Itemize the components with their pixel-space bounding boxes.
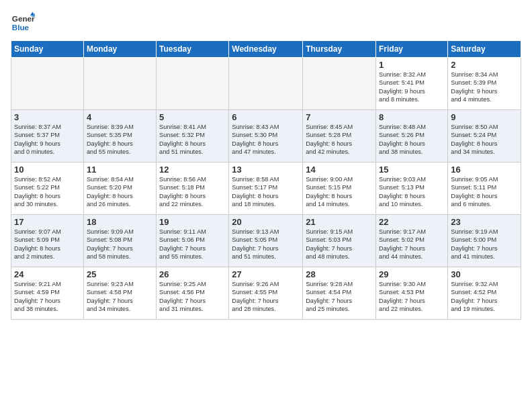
svg-text:Blue: Blue bbox=[12, 23, 30, 32]
calendar-cell: 28Sunrise: 9:28 AM Sunset: 4:54 PM Dayli… bbox=[303, 267, 376, 320]
day-info: Sunrise: 9:26 AM Sunset: 4:55 PM Dayligh… bbox=[232, 280, 300, 314]
day-number: 18 bbox=[87, 217, 153, 227]
day-info: Sunrise: 9:03 AM Sunset: 5:13 PM Dayligh… bbox=[379, 175, 445, 209]
day-number: 25 bbox=[87, 269, 153, 279]
weekday-header-monday: Monday bbox=[83, 41, 156, 58]
calendar-cell: 30Sunrise: 9:32 AM Sunset: 4:52 PM Dayli… bbox=[448, 267, 521, 320]
day-number: 5 bbox=[159, 112, 226, 122]
weekday-header-thursday: Thursday bbox=[303, 41, 376, 58]
calendar-cell: 12Sunrise: 8:56 AM Sunset: 5:18 PM Dayli… bbox=[157, 163, 229, 215]
header: General Blue bbox=[11, 11, 521, 35]
calendar-cell: 17Sunrise: 9:07 AM Sunset: 5:09 PM Dayli… bbox=[11, 215, 84, 267]
day-number: 12 bbox=[159, 165, 226, 175]
calendar-cell: 18Sunrise: 9:09 AM Sunset: 5:08 PM Dayli… bbox=[83, 215, 156, 267]
day-info: Sunrise: 8:58 AM Sunset: 5:17 PM Dayligh… bbox=[232, 175, 300, 209]
day-number: 11 bbox=[87, 165, 153, 175]
calendar-week-row: 24Sunrise: 9:21 AM Sunset: 4:59 PM Dayli… bbox=[11, 267, 521, 320]
calendar-cell bbox=[157, 58, 229, 110]
day-number: 16 bbox=[451, 165, 518, 175]
day-info: Sunrise: 8:34 AM Sunset: 5:39 PM Dayligh… bbox=[451, 71, 518, 104]
calendar-cell bbox=[83, 58, 156, 110]
day-info: Sunrise: 8:45 AM Sunset: 5:28 PM Dayligh… bbox=[306, 123, 373, 156]
weekday-header-wednesday: Wednesday bbox=[229, 41, 303, 58]
calendar-cell: 25Sunrise: 9:23 AM Sunset: 4:58 PM Dayli… bbox=[83, 267, 156, 320]
day-info: Sunrise: 9:19 AM Sunset: 5:00 PM Dayligh… bbox=[451, 228, 518, 261]
calendar-cell bbox=[11, 58, 84, 110]
day-number: 7 bbox=[306, 112, 373, 122]
calendar-cell: 3Sunrise: 8:37 AM Sunset: 5:37 PM Daylig… bbox=[11, 110, 84, 163]
page: General Blue SundayMondayTuesdayWednesda… bbox=[0, 0, 532, 325]
calendar-cell: 19Sunrise: 9:11 AM Sunset: 5:06 PM Dayli… bbox=[157, 215, 229, 267]
day-info: Sunrise: 9:28 AM Sunset: 4:54 PM Dayligh… bbox=[306, 280, 373, 314]
day-info: Sunrise: 8:39 AM Sunset: 5:35 PM Dayligh… bbox=[87, 123, 153, 156]
day-info: Sunrise: 8:50 AM Sunset: 5:24 PM Dayligh… bbox=[451, 123, 518, 156]
calendar-cell: 24Sunrise: 9:21 AM Sunset: 4:59 PM Dayli… bbox=[11, 267, 84, 320]
calendar-cell: 14Sunrise: 9:00 AM Sunset: 5:15 PM Dayli… bbox=[303, 163, 376, 215]
calendar-cell: 13Sunrise: 8:58 AM Sunset: 5:17 PM Dayli… bbox=[229, 163, 303, 215]
day-info: Sunrise: 9:09 AM Sunset: 5:08 PM Dayligh… bbox=[87, 228, 153, 261]
calendar-cell: 1Sunrise: 8:32 AM Sunset: 5:41 PM Daylig… bbox=[376, 58, 448, 110]
day-info: Sunrise: 8:48 AM Sunset: 5:26 PM Dayligh… bbox=[379, 123, 445, 156]
calendar-week-row: 1Sunrise: 8:32 AM Sunset: 5:41 PM Daylig… bbox=[11, 58, 521, 110]
day-info: Sunrise: 9:21 AM Sunset: 4:59 PM Dayligh… bbox=[14, 280, 81, 314]
calendar-cell: 27Sunrise: 9:26 AM Sunset: 4:55 PM Dayli… bbox=[229, 267, 303, 320]
day-info: Sunrise: 8:56 AM Sunset: 5:18 PM Dayligh… bbox=[159, 175, 226, 209]
day-info: Sunrise: 9:23 AM Sunset: 4:58 PM Dayligh… bbox=[87, 280, 153, 314]
calendar-cell: 21Sunrise: 9:15 AM Sunset: 5:03 PM Dayli… bbox=[303, 215, 376, 267]
day-info: Sunrise: 8:43 AM Sunset: 5:30 PM Dayligh… bbox=[232, 123, 300, 156]
calendar-cell: 2Sunrise: 8:34 AM Sunset: 5:39 PM Daylig… bbox=[448, 58, 521, 110]
logo: General Blue bbox=[11, 11, 35, 35]
calendar-cell: 6Sunrise: 8:43 AM Sunset: 5:30 PM Daylig… bbox=[229, 110, 303, 163]
day-number: 27 bbox=[232, 269, 300, 279]
logo-icon: General Blue bbox=[11, 11, 35, 35]
weekday-header-saturday: Saturday bbox=[448, 41, 521, 58]
calendar-cell: 20Sunrise: 9:13 AM Sunset: 5:05 PM Dayli… bbox=[229, 215, 303, 267]
day-number: 26 bbox=[159, 269, 226, 279]
day-number: 9 bbox=[451, 112, 518, 122]
day-number: 19 bbox=[159, 217, 226, 227]
calendar-cell: 29Sunrise: 9:30 AM Sunset: 4:53 PM Dayli… bbox=[376, 267, 448, 320]
day-number: 4 bbox=[87, 112, 153, 122]
calendar-cell: 23Sunrise: 9:19 AM Sunset: 5:00 PM Dayli… bbox=[448, 215, 521, 267]
calendar-cell: 5Sunrise: 8:41 AM Sunset: 5:32 PM Daylig… bbox=[157, 110, 229, 163]
day-number: 20 bbox=[232, 217, 300, 227]
day-number: 8 bbox=[379, 112, 445, 122]
weekday-header-friday: Friday bbox=[376, 41, 448, 58]
day-info: Sunrise: 9:17 AM Sunset: 5:02 PM Dayligh… bbox=[379, 228, 445, 261]
day-number: 24 bbox=[14, 269, 81, 279]
day-number: 10 bbox=[14, 165, 81, 175]
calendar-cell: 11Sunrise: 8:54 AM Sunset: 5:20 PM Dayli… bbox=[83, 163, 156, 215]
calendar-cell: 7Sunrise: 8:45 AM Sunset: 5:28 PM Daylig… bbox=[303, 110, 376, 163]
day-info: Sunrise: 9:15 AM Sunset: 5:03 PM Dayligh… bbox=[306, 228, 373, 261]
calendar-week-row: 3Sunrise: 8:37 AM Sunset: 5:37 PM Daylig… bbox=[11, 110, 521, 163]
day-number: 23 bbox=[451, 217, 518, 227]
calendar-table: SundayMondayTuesdayWednesdayThursdayFrid… bbox=[11, 40, 521, 320]
day-number: 6 bbox=[232, 112, 300, 122]
day-number: 28 bbox=[306, 269, 373, 279]
day-info: Sunrise: 9:32 AM Sunset: 4:52 PM Dayligh… bbox=[451, 280, 518, 314]
day-number: 2 bbox=[451, 60, 518, 70]
day-info: Sunrise: 8:32 AM Sunset: 5:41 PM Dayligh… bbox=[379, 71, 445, 104]
day-info: Sunrise: 9:30 AM Sunset: 4:53 PM Dayligh… bbox=[379, 280, 445, 314]
calendar-cell: 9Sunrise: 8:50 AM Sunset: 5:24 PM Daylig… bbox=[448, 110, 521, 163]
day-info: Sunrise: 9:07 AM Sunset: 5:09 PM Dayligh… bbox=[14, 228, 81, 261]
day-number: 3 bbox=[14, 112, 81, 122]
day-number: 17 bbox=[14, 217, 81, 227]
day-info: Sunrise: 9:00 AM Sunset: 5:15 PM Dayligh… bbox=[306, 175, 373, 209]
calendar-week-row: 10Sunrise: 8:52 AM Sunset: 5:22 PM Dayli… bbox=[11, 163, 521, 215]
calendar-cell: 22Sunrise: 9:17 AM Sunset: 5:02 PM Dayli… bbox=[376, 215, 448, 267]
day-info: Sunrise: 9:25 AM Sunset: 4:56 PM Dayligh… bbox=[159, 280, 226, 314]
day-info: Sunrise: 9:13 AM Sunset: 5:05 PM Dayligh… bbox=[232, 228, 300, 261]
calendar-week-row: 17Sunrise: 9:07 AM Sunset: 5:09 PM Dayli… bbox=[11, 215, 521, 267]
day-info: Sunrise: 8:41 AM Sunset: 5:32 PM Dayligh… bbox=[159, 123, 226, 156]
calendar-cell: 16Sunrise: 9:05 AM Sunset: 5:11 PM Dayli… bbox=[448, 163, 521, 215]
calendar-cell: 4Sunrise: 8:39 AM Sunset: 5:35 PM Daylig… bbox=[83, 110, 156, 163]
day-info: Sunrise: 8:37 AM Sunset: 5:37 PM Dayligh… bbox=[14, 123, 81, 156]
day-number: 13 bbox=[232, 165, 300, 175]
day-number: 21 bbox=[306, 217, 373, 227]
day-info: Sunrise: 8:54 AM Sunset: 5:20 PM Dayligh… bbox=[87, 175, 153, 209]
day-number: 22 bbox=[379, 217, 445, 227]
day-number: 30 bbox=[451, 269, 518, 279]
weekday-header-sunday: Sunday bbox=[11, 41, 84, 58]
day-number: 1 bbox=[379, 60, 445, 70]
